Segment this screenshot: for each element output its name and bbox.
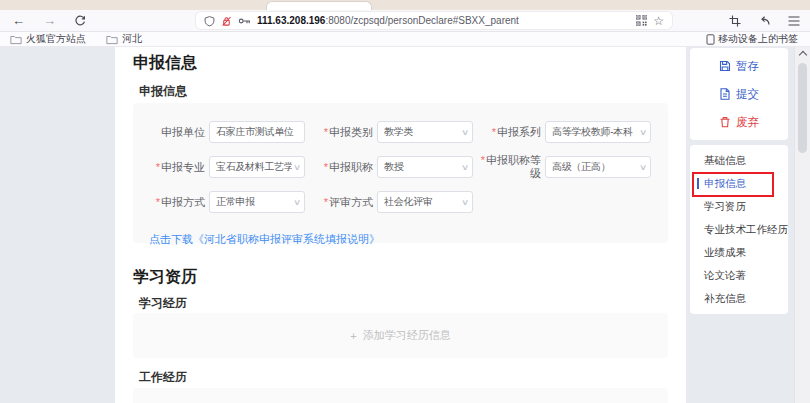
declare-major-select[interactable]: 宝石及材料工艺学∨ xyxy=(209,156,305,178)
declare-unit-input[interactable]: 石家庄市测试单位 xyxy=(209,121,305,143)
nav-item-study-qualifications[interactable]: 学习资历 xyxy=(690,195,788,218)
field-label: *申报职称 xyxy=(311,161,373,174)
mobile-device-icon xyxy=(706,34,715,45)
field-declare-series: *申报系列 高等学校教师-本科∨ xyxy=(479,121,651,143)
chevron-down-icon: ∨ xyxy=(461,163,469,172)
chevron-down-icon: ∨ xyxy=(461,128,469,137)
field-declare-major: *申报专业 宝石及材料工艺学∨ xyxy=(143,156,305,178)
nav-item-professional-work-experience[interactable]: 专业技术工作经历 xyxy=(690,218,788,241)
section-nav-panel: 基础信息 申报信息 学习资历 专业技术工作经历 业绩成果 论文论著 补充信息 xyxy=(690,145,788,314)
chevron-down-icon: ∨ xyxy=(639,163,647,172)
field-label: *评审方式 xyxy=(311,196,373,209)
url-bar[interactable]: 111.63.208.196:8080/zcpsqd/personDeclare… xyxy=(196,12,672,29)
section-subtitle-declare: 申报信息 xyxy=(139,83,187,100)
field-label: *申报类别 xyxy=(311,126,373,139)
form-content-card: 申报信息 申报信息 申报单位 石家庄市测试单位 *申报类别 教学类∨ *申报系列… xyxy=(115,47,686,403)
action-panel: 暂存 提交 废弃 xyxy=(690,48,788,140)
add-study-experience-button[interactable]: + 添加学习经历信息 xyxy=(133,313,668,358)
field-declare-title: *申报职称 教授∨ xyxy=(311,156,473,178)
field-declare-unit: 申报单位 石家庄市测试单位 xyxy=(143,121,305,143)
forward-button[interactable]: → xyxy=(43,13,56,28)
nav-item-declare-info[interactable]: 申报信息 xyxy=(690,172,788,195)
declare-title-select[interactable]: 教授∨ xyxy=(377,156,473,178)
shield-icon[interactable] xyxy=(204,15,215,27)
bookmarks-bar: 火狐官方站点 河北 移动设备上的书签 xyxy=(0,32,810,47)
document-icon xyxy=(719,88,731,100)
chevron-down-icon: ∨ xyxy=(639,128,647,137)
key-icon[interactable] xyxy=(238,15,251,27)
active-tab[interactable] xyxy=(266,1,372,10)
field-label: *申报专业 xyxy=(143,161,205,174)
save-icon xyxy=(719,60,731,72)
hamburger-menu-icon[interactable] xyxy=(788,16,800,26)
folder-icon xyxy=(106,34,118,45)
scrollbar-thumb[interactable] xyxy=(798,63,807,153)
back-button[interactable]: ← xyxy=(12,13,25,28)
nav-item-basic-info[interactable]: 基础信息 xyxy=(690,149,788,172)
reload-button[interactable] xyxy=(74,15,86,27)
download-instructions-link[interactable]: 点击下载《河北省职称申报评审系统填报说明》 xyxy=(149,232,380,247)
page-background: 申报信息 申报信息 申报单位 石家庄市测试单位 *申报类别 教学类∨ *申报系列… xyxy=(0,47,810,403)
url-text: 111.63.208.196:8080/zcpsqd/personDeclare… xyxy=(257,15,519,26)
field-label: *申报系列 xyxy=(479,126,541,139)
field-review-method: *评审方式 社会化评审∨ xyxy=(311,191,473,213)
qr-extension-icon[interactable] xyxy=(636,15,647,26)
trash-icon xyxy=(719,116,731,128)
declare-series-select[interactable]: 高等学校教师-本科∨ xyxy=(545,121,651,143)
chevron-down-icon: ∨ xyxy=(293,198,301,207)
field-label: *申报职称等级 xyxy=(479,154,541,180)
chevron-down-icon: ∨ xyxy=(293,163,301,172)
discard-button[interactable]: 废弃 xyxy=(690,108,788,136)
field-label: *申报方式 xyxy=(143,196,205,209)
field-declare-method: *申报方式 正常申报∨ xyxy=(143,191,305,213)
field-declare-category: *申报类别 教学类∨ xyxy=(311,121,473,143)
section-title-declare: 申报信息 xyxy=(133,53,197,74)
page-scrollbar[interactable] xyxy=(794,47,810,403)
undo-arrow-icon[interactable] xyxy=(758,15,771,27)
nav-item-supplementary-info[interactable]: 补充信息 xyxy=(690,287,788,310)
browser-toolbar: ← → 111.63.208.196:8080/zcpsqd/perso xyxy=(0,10,810,32)
nav-item-papers-works[interactable]: 论文论著 xyxy=(690,264,788,287)
section-subtitle-study: 学习经历 xyxy=(139,295,187,312)
mobile-bookmarks[interactable]: 移动设备上的书签 xyxy=(706,32,798,46)
review-method-select[interactable]: 社会化评审∨ xyxy=(377,191,473,213)
scroll-up-arrow-icon[interactable] xyxy=(799,51,807,59)
submit-button[interactable]: 提交 xyxy=(690,80,788,108)
declare-method-select[interactable]: 正常申报∨ xyxy=(209,191,305,213)
browser-tab-bar xyxy=(0,0,810,10)
section-title-study: 学习资历 xyxy=(133,267,197,288)
field-label: 申报单位 xyxy=(143,126,205,139)
section-subtitle-work: 工作经历 xyxy=(139,369,187,386)
form-row-3: *申报方式 正常申报∨ *评审方式 社会化评审∨ xyxy=(143,189,658,215)
form-row-2: *申报专业 宝石及材料工艺学∨ *申报职称 教授∨ *申报职称等级 高级（正高）… xyxy=(143,154,658,180)
bookmark-star-icon[interactable]: ☆ xyxy=(653,15,664,27)
bookmark-folder-firefox[interactable]: 火狐官方站点 xyxy=(10,32,86,46)
plus-icon: + xyxy=(350,330,356,342)
nav-item-performance-achievements[interactable]: 业绩成果 xyxy=(690,241,788,264)
folder-icon xyxy=(10,34,22,45)
temp-save-button[interactable]: 暂存 xyxy=(690,52,788,80)
declare-category-select[interactable]: 教学类∨ xyxy=(377,121,473,143)
screenshot-crop-icon[interactable] xyxy=(729,15,741,27)
insecure-lock-icon[interactable] xyxy=(221,15,232,27)
form-row-1: 申报单位 石家庄市测试单位 *申报类别 教学类∨ *申报系列 高等学校教师-本科… xyxy=(143,119,658,145)
field-declare-title-level: *申报职称等级 高级（正高）∨ xyxy=(479,154,651,180)
chevron-down-icon: ∨ xyxy=(461,198,469,207)
work-experience-panel xyxy=(133,388,668,403)
declare-form-panel: 申报单位 石家庄市测试单位 *申报类别 教学类∨ *申报系列 高等学校教师-本科… xyxy=(133,103,668,243)
declare-title-level-select[interactable]: 高级（正高）∨ xyxy=(545,156,651,178)
bookmark-folder-hebei[interactable]: 河北 xyxy=(106,32,142,46)
